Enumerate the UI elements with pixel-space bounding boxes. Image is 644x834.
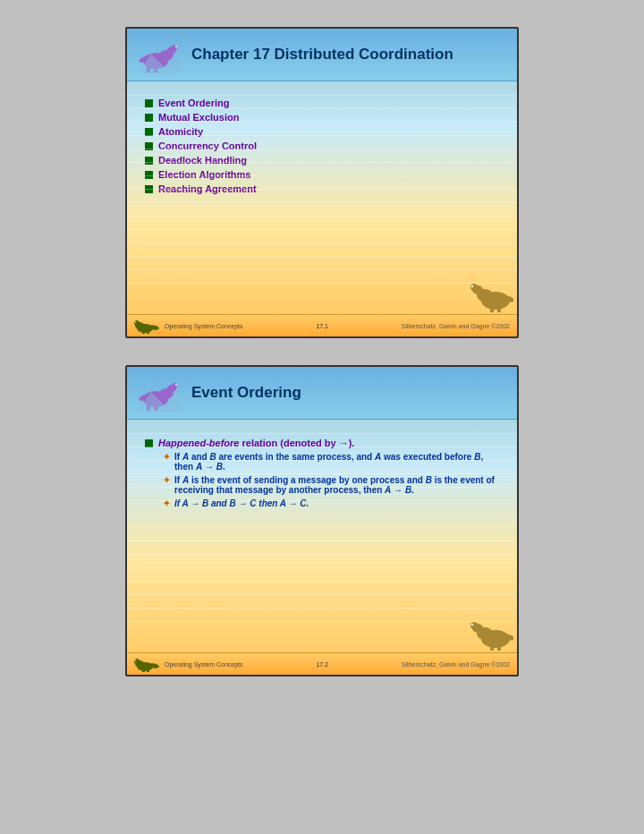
footer-page-num-2: 17.2 — [316, 661, 328, 668]
bullet-text: Event Ordering — [158, 98, 229, 108]
slide-1-header: Chapter 17 Distributed Coordination — [127, 29, 517, 81]
svg-rect-38 — [497, 645, 501, 651]
svg-rect-44 — [142, 669, 145, 672]
slide-1: Chapter 17 Distributed Coordination Eve — [125, 27, 519, 338]
diamond-icon: ✦ — [163, 475, 170, 485]
bullet-icon — [145, 185, 153, 193]
slide-2: Event Ordering Happened-before re — [125, 365, 519, 677]
bullet-text: Deadlock Handling — [158, 155, 247, 166]
svg-rect-37 — [490, 645, 494, 651]
bullet-icon — [145, 99, 153, 107]
relation-text: relation (denoted by →). — [242, 438, 355, 448]
list-item: Deadlock Handling — [145, 155, 499, 166]
bullet-icon — [145, 171, 153, 179]
bullet-icon — [145, 114, 153, 122]
svg-point-40 — [471, 624, 473, 626]
slide-1-body: Event Ordering Mutual Exclusion Atomicit… — [127, 81, 517, 314]
svg-point-3 — [172, 45, 177, 50]
bullet-icon — [145, 128, 153, 136]
slide-2-body: Happened-before relation (denoted by →).… — [127, 420, 517, 652]
list-item: Reaching Agreement — [145, 183, 499, 194]
footer-left-text-2: Operating System Concepts — [165, 661, 243, 668]
slide-1-title: Chapter 17 Distributed Coordination — [191, 46, 453, 64]
footer-left: Operating System Concepts — [134, 318, 243, 334]
svg-point-12 — [470, 284, 478, 291]
sub-bullet-text: If A and B are events in the same proces… — [174, 452, 499, 472]
list-item: Mutual Exclusion — [145, 112, 499, 123]
main-bullet-text: Happened-before relation (denoted by →). — [158, 438, 354, 448]
sub-list-item: ✦ If A and B are events in the same proc… — [163, 452, 499, 472]
bullet-text: Atomicity — [158, 126, 203, 137]
svg-rect-20 — [142, 331, 145, 334]
footer-page-num: 17.1 — [316, 323, 328, 329]
svg-rect-14 — [497, 307, 501, 312]
svg-point-19 — [134, 320, 140, 326]
body-dino-right-icon — [469, 272, 513, 312]
list-item: Event Ordering — [145, 98, 499, 108]
slide-1-footer: Operating System Concepts 17.1 Silbersch… — [127, 314, 517, 336]
footer-left-text: Operating System Concepts — [165, 323, 243, 329]
diamond-icon: ✦ — [163, 498, 170, 508]
svg-point-36 — [470, 622, 478, 629]
svg-point-16 — [471, 285, 473, 287]
footer-dino-left-icon — [134, 318, 161, 334]
bullet-icon — [145, 439, 153, 447]
svg-point-7 — [175, 46, 177, 47]
header-dino-2-icon — [138, 374, 182, 412]
bullet-text: Election Algorithms — [158, 169, 251, 180]
bullet-text: Mutual Exclusion — [158, 112, 239, 123]
svg-rect-13 — [490, 307, 494, 312]
svg-rect-45 — [147, 669, 149, 672]
svg-point-43 — [134, 659, 140, 664]
footer-right-text-2: Silberschatz, Galvin and Gagne ©2002 — [402, 661, 510, 668]
diamond-icon: ✦ — [163, 452, 170, 462]
bullet-icon — [145, 142, 153, 150]
bullet-icon — [145, 157, 153, 165]
footer-right-text: Silberschatz, Galvin and Gagne ©2002 — [402, 323, 510, 329]
list-item: Concurrency Control — [145, 140, 499, 151]
sub-list-item: ✦ If A → B and B → C then A → C. — [163, 498, 499, 508]
bullet-text: Concurrency Control — [158, 140, 257, 151]
body-dino-right-2-icon — [469, 610, 513, 651]
svg-point-31 — [175, 384, 177, 386]
happened-before-text: Happened-before — [158, 438, 239, 448]
header-dino-icon — [138, 36, 182, 73]
slide-2-main-bullet: Happened-before relation (denoted by →). — [145, 438, 499, 448]
svg-point-47 — [135, 660, 137, 661]
svg-rect-21 — [147, 331, 149, 334]
slide-2-sub-bullets: ✦ If A and B are events in the same proc… — [163, 452, 499, 508]
slide-2-header: Event Ordering — [127, 367, 517, 420]
sub-list-item: ✦ If A is the event of sending a message… — [163, 475, 499, 495]
slide-2-footer: Operating System Concepts 17.2 Silbersch… — [127, 652, 517, 675]
footer-left-2: Operating System Concepts — [134, 656, 243, 672]
sub-bullet-text: If A → B and B → C then A → C. — [174, 498, 309, 508]
sub-bullet-text: If A is the event of sending a message b… — [174, 475, 499, 495]
slide-1-bullet-list: Event Ordering Mutual Exclusion Atomicit… — [145, 98, 499, 194]
footer-dino-left-2-icon — [134, 656, 161, 672]
list-item: Atomicity — [145, 126, 499, 137]
list-item: Election Algorithms — [145, 169, 499, 180]
svg-point-23 — [135, 321, 137, 323]
bullet-text: Reaching Agreement — [158, 183, 257, 194]
svg-point-27 — [172, 383, 177, 388]
slide-2-title: Event Ordering — [191, 384, 301, 402]
